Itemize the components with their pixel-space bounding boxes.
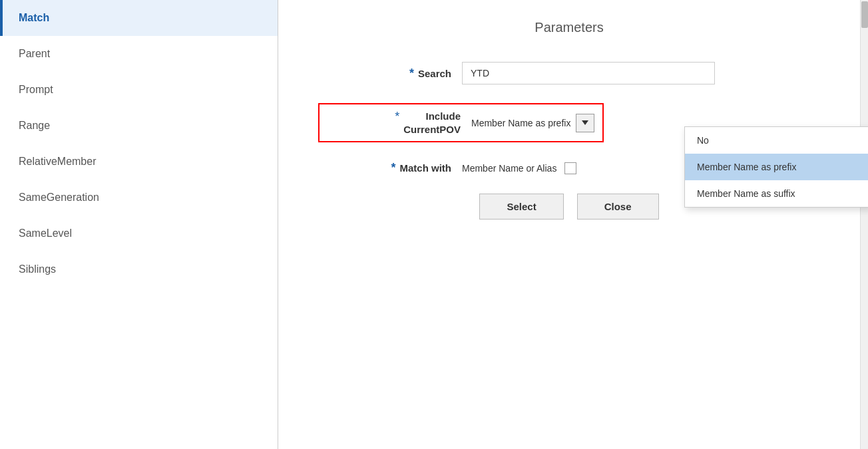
scrollbar[interactable] — [860, 0, 868, 449]
sidebar-item-relativemember[interactable]: RelativeMember — [0, 144, 278, 180]
match-required-star: * — [391, 161, 395, 175]
select-button[interactable]: Select — [479, 194, 563, 220]
main-content: Parameters * Search * IncludeCurrentPOV … — [278, 0, 860, 449]
search-required-star: * — [409, 67, 414, 80]
sidebar-item-siblings[interactable]: Siblings — [0, 251, 278, 287]
dropdown-option-prefix[interactable]: Member Name as prefix — [685, 154, 868, 180]
sidebar-item-match[interactable]: Match — [0, 0, 278, 36]
sidebar-item-range[interactable]: Range — [0, 108, 278, 144]
search-row: * Search — [318, 62, 820, 84]
search-input[interactable] — [462, 62, 715, 84]
match-with-checkbox[interactable] — [564, 162, 576, 174]
sidebar-item-samegeneration[interactable]: SameGeneration — [0, 180, 278, 216]
chevron-down-icon — [582, 120, 588, 125]
dropdown-menu: No Member Name as prefix Member Name as … — [684, 126, 868, 208]
include-pov-label: * IncludeCurrentPOV — [327, 110, 461, 136]
sidebar-item-prompt[interactable]: Prompt — [0, 72, 278, 108]
include-pov-dropdown-button[interactable] — [576, 114, 594, 132]
pov-required-star: * — [395, 110, 399, 124]
sidebar: Match Parent Prompt Range RelativeMember… — [0, 0, 278, 449]
match-with-value: Member Name or Alias — [462, 163, 556, 174]
sidebar-item-parent[interactable]: Parent — [0, 36, 278, 72]
sidebar-item-samelevel[interactable]: SameLevel — [0, 216, 278, 251]
include-pov-label-text: IncludeCurrentPOV — [403, 110, 461, 136]
search-label: * Search — [318, 67, 451, 80]
dropdown-option-suffix[interactable]: Member Name as suffix — [685, 180, 868, 207]
close-button[interactable]: Close — [577, 194, 659, 220]
match-with-label: * Match with — [318, 161, 451, 175]
dropdown-option-no[interactable]: No — [685, 127, 868, 154]
include-pov-container: * IncludeCurrentPOV Member Name as prefi… — [318, 103, 604, 142]
scrollbar-thumb[interactable] — [861, 1, 868, 28]
include-pov-value: Member Name as prefix — [471, 118, 570, 128]
page-title: Parameters — [318, 20, 820, 35]
